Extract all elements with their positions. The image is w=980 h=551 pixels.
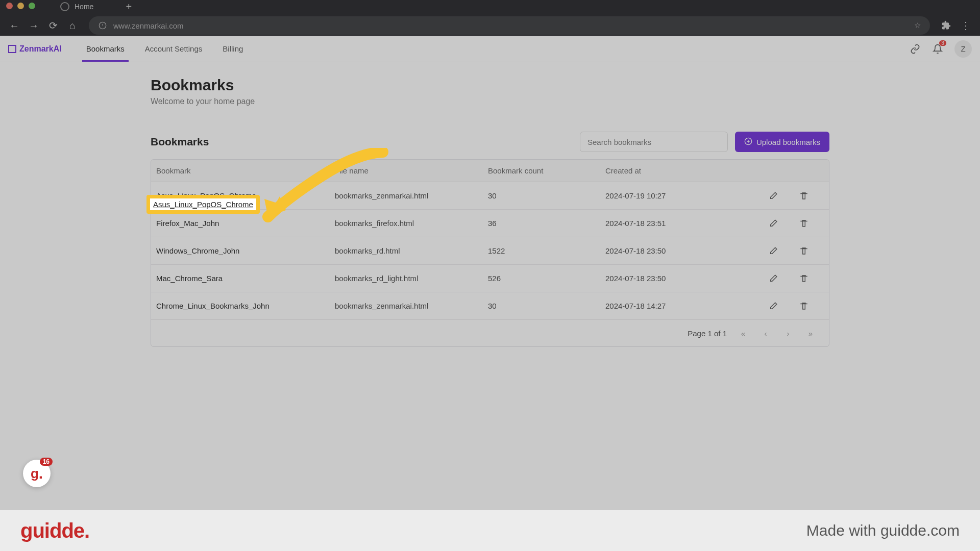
highlight-text: Asus_Linux_PopOS_Chrome [153, 200, 253, 209]
footer-made-with: Made with guidde.com [806, 522, 960, 539]
annotation-highlight: Asus_Linux_PopOS_Chrome [146, 195, 260, 214]
footer-brand: guidde. [20, 519, 89, 542]
guidde-float-badge[interactable]: g. 16 [23, 460, 51, 487]
float-badge-count: 16 [40, 458, 53, 466]
annotation-scrim [0, 0, 980, 510]
footer: guidde. Made with guidde.com [0, 510, 980, 551]
